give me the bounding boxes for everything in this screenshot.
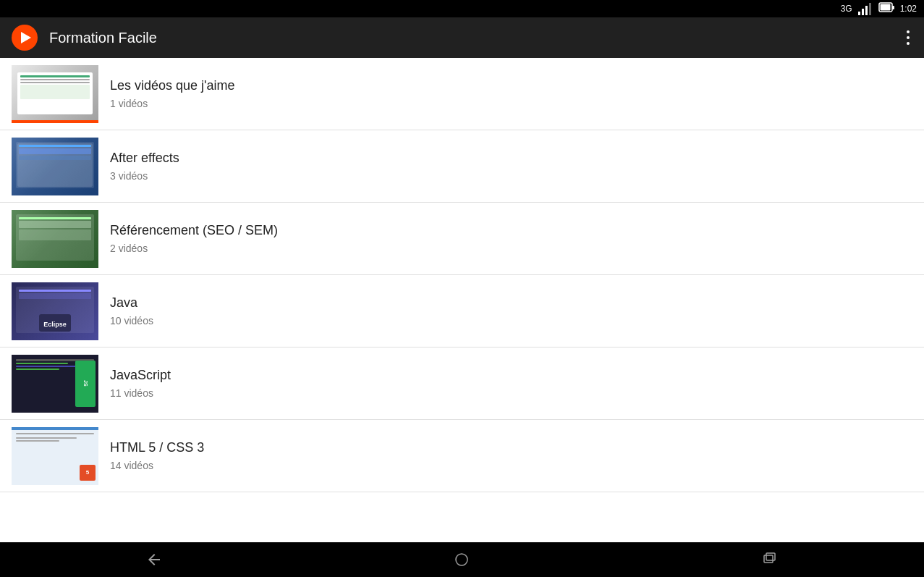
svg-rect-0 — [858, 12, 860, 15]
svg-rect-9 — [766, 553, 775, 560]
item-subtitle-5: 11 vidéos — [110, 387, 912, 399]
list-item[interactable]: 5 HTML 5 / CSS 3 14 vidéos — [0, 420, 924, 492]
item-title-5: JavaScript — [110, 368, 912, 383]
thumbnail-4: Eclipse — [12, 282, 98, 340]
item-info-6: HTML 5 / CSS 3 14 vidéos — [110, 440, 912, 471]
item-info-5: JavaScript 11 vidéos — [110, 368, 912, 399]
item-info-2: After effects 3 vidéos — [110, 151, 912, 182]
list-item[interactable]: Référencement (SEO / SEM) 2 vidéos — [0, 203, 924, 275]
item-subtitle-6: 14 vidéos — [110, 460, 912, 471]
list-item[interactable]: Eclipse Java 10 vidéos — [0, 275, 924, 348]
network-indicator: 3G — [841, 4, 852, 14]
thumbnail-1 — [12, 65, 98, 123]
list-item[interactable]: JS JavaScript 11 vidéos — [0, 348, 924, 420]
play-icon — [21, 32, 31, 43]
app-title: Formation Facile — [49, 30, 904, 46]
overflow-dot-3 — [907, 42, 910, 45]
svg-point-7 — [456, 554, 467, 565]
thumbnail-6: 5 — [12, 427, 98, 485]
overflow-dot-2 — [907, 36, 910, 39]
item-subtitle-3: 2 vidéos — [110, 243, 912, 254]
battery-icon — [878, 0, 896, 17]
home-button[interactable] — [440, 545, 483, 574]
item-title-4: Java — [110, 295, 912, 311]
svg-rect-3 — [869, 3, 871, 15]
playlist-content: Les vidéos que j'aime 1 vidéos After eff… — [0, 58, 924, 542]
app-logo — [12, 25, 38, 51]
thumbnail-3 — [12, 210, 98, 268]
overflow-menu-button[interactable] — [904, 28, 912, 48]
signal-icon — [857, 0, 874, 17]
recent-apps-button[interactable] — [748, 545, 792, 574]
item-info-4: Java 10 vidéos — [110, 295, 912, 327]
item-info-3: Référencement (SEO / SEM) 2 vidéos — [110, 223, 912, 254]
svg-rect-2 — [865, 6, 868, 15]
thumbnail-2 — [12, 138, 98, 195]
time-display: 1:02 — [900, 4, 917, 14]
thumbnail-5: JS — [12, 355, 98, 413]
list-item[interactable]: Les vidéos que j'aime 1 vidéos — [0, 58, 924, 130]
overflow-dot-1 — [907, 30, 910, 33]
nav-bar — [0, 542, 924, 577]
item-subtitle-4: 10 vidéos — [110, 315, 912, 327]
svg-rect-8 — [764, 555, 773, 563]
item-subtitle-1: 1 vidéos — [110, 98, 912, 109]
back-button[interactable] — [132, 545, 176, 574]
item-subtitle-2: 3 vidéos — [110, 170, 912, 182]
status-bar: 3G 1:02 — [0, 0, 924, 17]
list-item[interactable]: After effects 3 vidéos — [0, 130, 924, 203]
svg-rect-5 — [892, 6, 894, 9]
item-title-3: Référencement (SEO / SEM) — [110, 223, 912, 238]
app-bar: Formation Facile — [0, 17, 924, 58]
item-title-2: After effects — [110, 151, 912, 166]
svg-rect-6 — [880, 4, 890, 11]
item-title-6: HTML 5 / CSS 3 — [110, 440, 912, 455]
item-info-1: Les vidéos que j'aime 1 vidéos — [110, 78, 912, 109]
svg-rect-1 — [862, 9, 864, 15]
item-title-1: Les vidéos que j'aime — [110, 78, 912, 93]
